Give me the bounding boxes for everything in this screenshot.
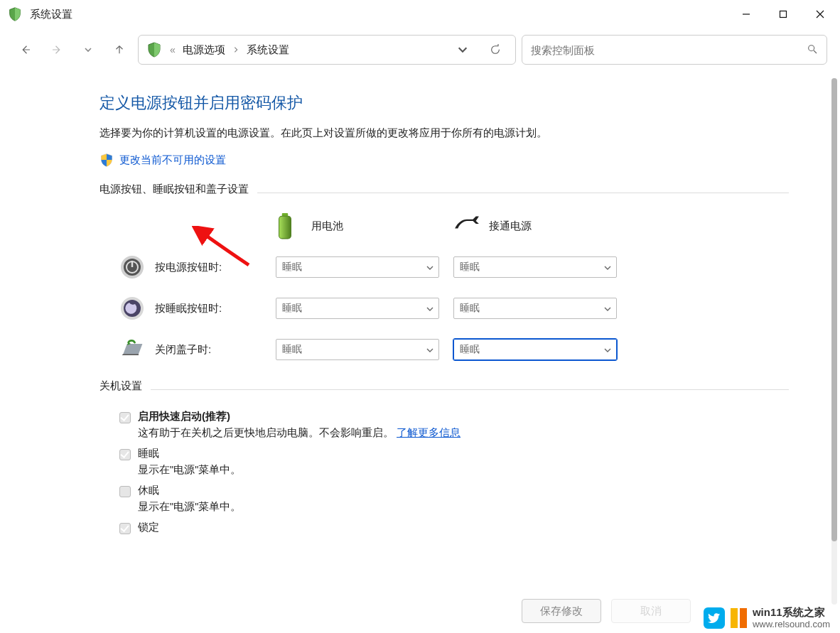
shutdown-item-hibernate: 休眠 显示在"电源"菜单中。 bbox=[119, 484, 674, 514]
column-battery-label: 用电池 bbox=[311, 220, 343, 233]
power-button-icon bbox=[119, 254, 145, 280]
search-input[interactable] bbox=[531, 44, 807, 56]
chevron-down-icon bbox=[603, 304, 612, 313]
app-icon bbox=[7, 6, 23, 22]
learn-more-link[interactable]: 了解更多信息 bbox=[397, 427, 461, 438]
cancel-button[interactable]: 取消 bbox=[611, 599, 691, 623]
uac-shield-icon bbox=[99, 153, 114, 167]
vertical-scrollbar[interactable] bbox=[831, 78, 837, 605]
sleep-button-icon bbox=[119, 296, 145, 321]
change-unavailable-settings[interactable]: 更改当前不可用的设置 bbox=[99, 153, 827, 167]
control-panel-icon bbox=[146, 41, 163, 58]
combo-lid-battery[interactable]: 睡眠 bbox=[276, 339, 439, 360]
combo-sleep-plugged[interactable]: 睡眠 bbox=[453, 298, 617, 319]
chevron-down-icon bbox=[603, 345, 612, 354]
recent-dropdown-button[interactable] bbox=[75, 37, 101, 63]
combo-sleep-battery[interactable]: 睡眠 bbox=[276, 298, 439, 319]
change-unavailable-settings-link[interactable]: 更改当前不可用的设置 bbox=[119, 153, 226, 167]
shutdown-item-fast-startup: 启用快速启动(推荐) 这有助于在关机之后更快地启动电脑。不会影响重启。 了解更多… bbox=[119, 410, 674, 440]
scrollbar-thumb[interactable] bbox=[831, 78, 837, 541]
watermark: win11系统之家 www.relsound.com bbox=[704, 606, 830, 630]
breadcrumb-current[interactable]: 系统设置 bbox=[247, 43, 289, 57]
combo-power-battery[interactable]: 睡眠 bbox=[276, 256, 439, 278]
chevron-down-icon bbox=[603, 263, 612, 271]
hibernate-title: 休眠 bbox=[138, 484, 674, 497]
column-battery: 用电池 bbox=[276, 213, 446, 239]
shutdown-item-sleep: 睡眠 显示在"电源"菜单中。 bbox=[119, 447, 674, 477]
up-button[interactable] bbox=[107, 37, 132, 63]
shutdown-settings-list: 启用快速启动(推荐) 这有助于在关机之后更快地启动电脑。不会影响重启。 了解更多… bbox=[119, 410, 674, 534]
column-plugged: 接通电源 bbox=[453, 213, 624, 239]
maximize-button[interactable] bbox=[765, 0, 802, 28]
svg-rect-0 bbox=[780, 11, 787, 18]
search-icon[interactable] bbox=[807, 43, 818, 57]
breadcrumb-parent[interactable]: 电源选项 bbox=[183, 43, 225, 57]
power-buttons-grid: 用电池 接通电源 按电源按钮时: 睡眠 睡眠 bbox=[119, 213, 827, 362]
fast-startup-sub: 这有助于在关机之后更快地启动电脑。不会影响重启。 了解更多信息 bbox=[138, 426, 674, 440]
page-description: 选择要为你的计算机设置的电源设置。在此页上对设置所做的更改将应用于你所有的电源计… bbox=[99, 126, 725, 140]
fast-startup-title: 启用快速启动(推荐) bbox=[138, 410, 674, 423]
combo-lid-plugged[interactable]: 睡眠 bbox=[453, 339, 617, 360]
search-box[interactable] bbox=[522, 35, 827, 65]
minimize-button[interactable] bbox=[728, 0, 765, 28]
forward-button[interactable] bbox=[44, 37, 70, 63]
watermark-title: win11系统之家 bbox=[753, 606, 830, 619]
checkbox-hibernate[interactable] bbox=[119, 486, 131, 497]
sleep-sub: 显示在"电源"菜单中。 bbox=[138, 463, 674, 477]
address-dropdown-button[interactable] bbox=[450, 37, 475, 63]
svg-point-1 bbox=[809, 45, 814, 50]
column-plugged-label: 接通电源 bbox=[489, 220, 532, 233]
row-lid-label: 关闭盖子时: bbox=[155, 343, 211, 357]
row-sleep-label: 按睡眠按钮时: bbox=[155, 302, 222, 315]
title-bar: 系统设置 bbox=[0, 0, 840, 28]
twitter-icon bbox=[704, 607, 725, 629]
shutdown-item-lock: 锁定 bbox=[119, 521, 674, 534]
refresh-button[interactable] bbox=[483, 37, 508, 63]
sleep-title: 睡眠 bbox=[138, 447, 674, 460]
section-shutdown-title: 关机设置 bbox=[99, 379, 142, 393]
back-button[interactable] bbox=[13, 37, 38, 63]
close-button[interactable] bbox=[802, 0, 839, 28]
checkbox-lock[interactable] bbox=[119, 523, 131, 534]
combo-power-plugged[interactable]: 睡眠 bbox=[453, 256, 617, 278]
window-title: 系统设置 bbox=[30, 8, 72, 21]
brand-icon bbox=[731, 608, 747, 628]
page-title: 定义电源按钮并启用密码保护 bbox=[99, 92, 827, 114]
watermark-url: www.relsound.com bbox=[753, 619, 830, 630]
section-buttons-title: 电源按钮、睡眠按钮和盖子设置 bbox=[99, 183, 249, 196]
hibernate-sub: 显示在"电源"菜单中。 bbox=[138, 500, 674, 514]
lock-title: 锁定 bbox=[138, 521, 674, 534]
chevron-down-icon bbox=[426, 304, 434, 313]
plug-icon bbox=[453, 213, 479, 239]
chevron-right-icon bbox=[232, 46, 239, 53]
footer-buttons: 保存修改 取消 bbox=[522, 599, 691, 623]
save-button[interactable]: 保存修改 bbox=[522, 599, 601, 623]
row-power-label: 按电源按钮时: bbox=[155, 261, 222, 274]
nav-toolbar: « 电源选项 系统设置 bbox=[0, 28, 840, 71]
battery-icon bbox=[276, 213, 301, 239]
address-bar[interactable]: « 电源选项 系统设置 bbox=[138, 35, 516, 65]
chevron-down-icon bbox=[426, 263, 434, 271]
checkbox-sleep[interactable] bbox=[119, 449, 131, 460]
svg-rect-3 bbox=[279, 216, 291, 239]
svg-rect-2 bbox=[282, 213, 288, 216]
lid-icon bbox=[119, 337, 145, 362]
chevron-down-icon bbox=[426, 345, 434, 354]
content-area: 定义电源按钮并启用密码保护 选择要为你的计算机设置的电源设置。在此页上对设置所做… bbox=[0, 71, 827, 633]
breadcrumb-ellipsis[interactable]: « bbox=[170, 44, 176, 55]
checkbox-fast-startup[interactable] bbox=[119, 412, 131, 423]
